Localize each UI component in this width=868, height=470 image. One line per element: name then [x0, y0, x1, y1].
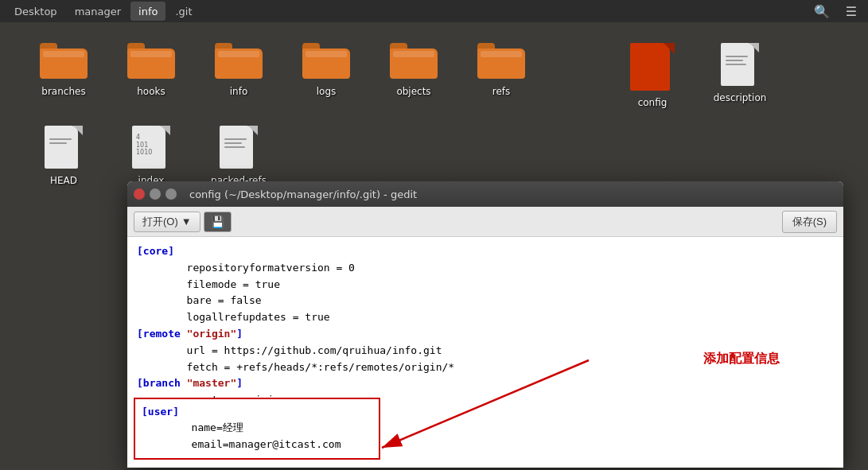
- file-grid: branches hooks info: [0, 22, 868, 207]
- folder-label-objects: objects: [396, 86, 430, 97]
- file-label-description: description: [714, 92, 767, 103]
- folder-icon: [477, 43, 525, 83]
- code-line-email: email=manager@itcast.com: [142, 437, 372, 453]
- code-line-bare: bare = false: [137, 293, 834, 309]
- folder-hooks[interactable]: hooks: [111, 38, 191, 113]
- folder-label-logs: logs: [317, 86, 337, 97]
- file-config[interactable]: config: [613, 38, 692, 113]
- folder-info[interactable]: info: [199, 38, 278, 113]
- folder-icon: [215, 43, 263, 83]
- code-line-user: [user]: [142, 404, 372, 421]
- menu-icon[interactable]: ☰: [841, 2, 862, 21]
- folder-refs[interactable]: refs: [461, 38, 541, 113]
- folder-icon: [390, 43, 438, 83]
- folder-logs[interactable]: logs: [286, 38, 366, 113]
- config-icon: [630, 43, 675, 94]
- search-icon[interactable]: 🔍: [809, 2, 835, 21]
- folder-icon: [127, 43, 175, 83]
- folder-icon: [40, 43, 88, 83]
- open-button-label: 打开(O): [142, 215, 178, 229]
- user-section-box: [user] name=经理 email=manager@itcast.com: [134, 398, 380, 460]
- desktop: branches hooks info: [0, 22, 868, 470]
- gedit-title: config (~/Desktop/manager/info/.git) - g…: [189, 188, 417, 200]
- file-icon: [721, 43, 759, 89]
- floppy-icon: 💾: [211, 216, 224, 228]
- code-line-remote: [remote "origin"]: [137, 326, 834, 343]
- window-maximize-button[interactable]: [165, 188, 177, 200]
- taskbar: Desktop manager info .git 🔍 ☰: [0, 0, 868, 22]
- annotation-text: 添加配置信息: [703, 348, 780, 369]
- file-label-head: HEAD: [50, 175, 77, 186]
- folder-objects[interactable]: objects: [374, 38, 453, 113]
- window-minimize-button[interactable]: [150, 188, 161, 200]
- taskbar-item-info[interactable]: info: [130, 2, 165, 21]
- code-line-logallref: logallrefupdates = true: [137, 309, 834, 326]
- file-index[interactable]: 4 101 1010 index: [111, 121, 191, 191]
- save-icon-button[interactable]: 💾: [204, 212, 232, 232]
- folder-label-refs: refs: [492, 86, 511, 97]
- save-button[interactable]: 保存(S): [782, 211, 837, 233]
- dropdown-arrow-icon[interactable]: ▼: [181, 216, 192, 227]
- file-packed-refs[interactable]: packed-refs: [199, 121, 278, 191]
- toolbar-right: 保存(S): [782, 211, 837, 233]
- gedit-titlebar: config (~/Desktop/manager/info/.git) - g…: [127, 181, 843, 207]
- taskbar-item-manager[interactable]: manager: [67, 2, 129, 21]
- file-icon: [220, 126, 258, 172]
- code-line-filemode: filemode = true: [137, 277, 834, 293]
- open-button[interactable]: 打开(O) ▼: [134, 212, 200, 232]
- file-description[interactable]: description: [700, 38, 780, 113]
- taskbar-right: 🔍 ☰: [809, 2, 862, 21]
- code-line-name: name=经理: [142, 420, 372, 437]
- file-icon: [45, 126, 83, 172]
- folder-label-info: info: [230, 86, 248, 97]
- window-close-button[interactable]: [134, 188, 145, 200]
- folder-label-branches: branches: [41, 86, 85, 97]
- code-line-core: [core]: [137, 243, 834, 260]
- folder-branches[interactable]: branches: [24, 38, 103, 113]
- code-line-repoformat: repositoryformatversion = 0: [137, 260, 834, 277]
- folder-label-hooks: hooks: [137, 86, 165, 97]
- file-icon: 4 101 1010: [132, 126, 170, 172]
- gedit-content[interactable]: [core] repositoryformatversion = 0 filem…: [127, 237, 843, 468]
- folder-icon: [302, 43, 350, 83]
- taskbar-item-desktop[interactable]: Desktop: [6, 2, 65, 21]
- gedit-window: config (~/Desktop/manager/info/.git) - g…: [127, 181, 843, 468]
- taskbar-item-git[interactable]: .git: [167, 2, 200, 21]
- file-head[interactable]: HEAD: [24, 121, 103, 191]
- code-line-branch: [branch "master"]: [137, 375, 834, 392]
- file-label-config: config: [638, 97, 668, 108]
- gedit-toolbar: 打开(O) ▼ 💾 保存(S): [127, 207, 843, 237]
